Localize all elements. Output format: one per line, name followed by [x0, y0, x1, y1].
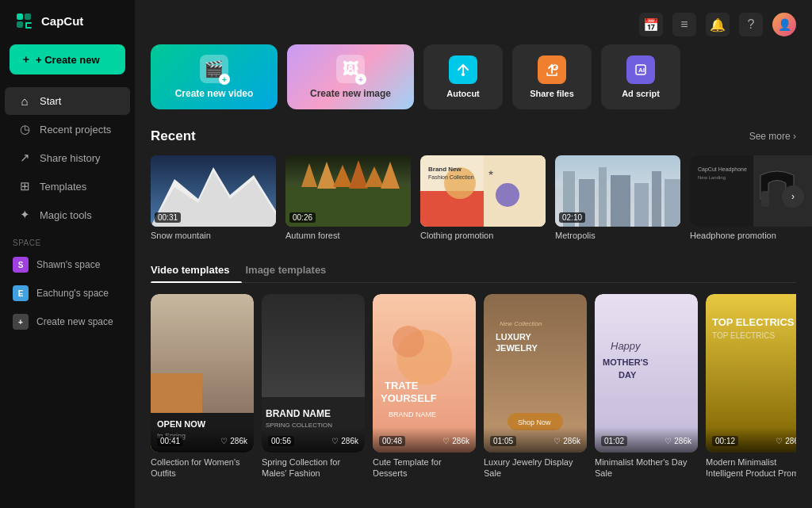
svg-point-3: [462, 73, 465, 76]
app-logo: CapCut: [0, 10, 135, 44]
share-files-label: Share files: [530, 89, 574, 98]
space-shawn[interactable]: S Shawn's space: [0, 250, 135, 279]
create-space-label: Create new space: [36, 316, 113, 327]
sidebar: CapCut ＋ + Create new ⌂ Start ◷ Recent p…: [0, 0, 135, 508]
svg-rect-2: [17, 21, 23, 28]
create-new-button[interactable]: ＋ + Create new: [10, 44, 125, 74]
template-likes-count-mothers: 286k: [674, 437, 691, 445]
template-likes-jewelry: ♡ 286k: [553, 437, 580, 445]
recent-title-clothing: Clothing promotion: [420, 231, 546, 240]
template-item-male[interactable]: BRAND NAME SPRING COLLECTION 00:56 ♡ 286…: [262, 294, 365, 479]
template-item-electrics[interactable]: TOP ELECTRICS TOP ELECTRICS 00:12 ♡ 286k: [706, 294, 796, 479]
sidebar-item-magic[interactable]: ✦ Magic tools: [5, 201, 130, 229]
recent-thumb-clothing: Brand New Fashion Collection ★: [420, 155, 546, 227]
svg-text:Happy: Happy: [611, 340, 642, 352]
magic-icon: ✦: [17, 208, 32, 222]
svg-text:LUXURY: LUXURY: [496, 332, 531, 342]
svg-rect-33: [634, 183, 649, 227]
create-video-label: Create new video: [175, 88, 254, 99]
svg-text:Shop Now: Shop Now: [518, 418, 551, 426]
tab-image-templates[interactable]: Image templates: [245, 258, 339, 282]
heart-icon: ♡: [331, 437, 339, 445]
user-avatar[interactable]: 👤: [772, 13, 796, 36]
svg-text:↗: ↗: [553, 66, 557, 71]
template-thumb-electrics: TOP ELECTRICS TOP ELECTRICS 00:12 ♡ 286k: [706, 294, 796, 453]
sidebar-item-templates[interactable]: ⊞ Templates: [5, 172, 130, 201]
template-meta-desserts: 00:48 ♡ 286k: [379, 436, 469, 446]
heart-icon: ♡: [776, 437, 783, 445]
recent-item-clothing[interactable]: Brand New Fashion Collection ★ Clothing …: [420, 155, 546, 240]
template-title-electrics: Modern Minimalist Intelligent Product Pr…: [706, 456, 796, 479]
recent-title: Recent: [151, 128, 196, 144]
help-button[interactable]: ?: [739, 13, 763, 36]
recent-item-snow-mountain[interactable]: 00:31 Snow mountain: [151, 155, 276, 240]
template-tabs: Video templates Image templates: [151, 258, 796, 283]
template-overlay-jewelry: 01:05 ♡ 286k: [484, 427, 587, 453]
template-item-women[interactable]: OPEN NOW In Spring 00:41 ♡ 286k Coll: [151, 294, 254, 479]
svg-text:Brand New: Brand New: [428, 166, 462, 173]
template-title-desserts: Cute Template for Desserts: [373, 456, 476, 479]
template-duration-electrics: 00:12: [712, 436, 738, 446]
svg-text:★: ★: [488, 169, 494, 177]
create-space-item[interactable]: + Create new space: [0, 307, 135, 336]
template-meta-jewelry: 01:05 ♡ 286k: [490, 436, 580, 446]
notifications-button[interactable]: 🔔: [706, 13, 730, 36]
see-more-button[interactable]: See more ›: [749, 131, 796, 142]
sidebar-item-share[interactable]: ↗ Share history: [5, 143, 130, 172]
svg-text:New Collection: New Collection: [500, 320, 542, 327]
template-title-jewelry: Luxury Jewelry Display Sale: [484, 456, 587, 479]
recent-item-metropolis[interactable]: 02:10 Metropolis: [555, 155, 680, 240]
svg-text:CapCut Headphone: CapCut Headphone: [698, 166, 747, 173]
space-section-label: SPACE: [0, 229, 135, 250]
sidebar-item-recent-label: Recent projects: [40, 124, 111, 136]
template-title-mothers: Minimalist Mother's Day Sale: [595, 456, 698, 479]
recent-title-headphone: Headphone promotion: [690, 231, 812, 240]
recent-title-mountain: Snow mountain: [151, 231, 276, 240]
template-thumb-jewelry: New Collection LUXURY JEWELRY Shop Now 0…: [484, 294, 587, 453]
template-likes-count-jewelry: 286k: [563, 437, 580, 445]
template-thumb-mothers: Happy MOTHER'S DAY 01:02 ♡ 286k: [595, 294, 698, 453]
recent-duration-mountain: 00:31: [155, 212, 181, 223]
recent-next-button[interactable]: ›: [782, 185, 804, 208]
svg-text:TOP ELECTRICS: TOP ELECTRICS: [712, 316, 795, 328]
menu-button[interactable]: ≡: [672, 13, 696, 36]
template-item-jewelry[interactable]: New Collection LUXURY JEWELRY Shop Now 0…: [484, 294, 587, 479]
svg-text:JEWELRY: JEWELRY: [496, 343, 538, 353]
svg-rect-34: [652, 171, 661, 227]
svg-text:New Landing: New Landing: [698, 175, 726, 180]
create-video-card[interactable]: 🎬 + Create new video: [151, 44, 278, 109]
recent-item-autumn-forest[interactable]: 00:26 Autumn forest: [285, 155, 411, 240]
ad-script-label: Ad script: [622, 89, 660, 98]
action-cards: 🎬 + Create new video 🖼 + Create new imag…: [151, 44, 796, 109]
template-overlay-mothers: 01:02 ♡ 286k: [595, 427, 698, 453]
sidebar-nav: ⌂ Start ◷ Recent projects ↗ Share histor…: [0, 87, 135, 229]
template-likes-count-desserts: 286k: [452, 437, 469, 445]
space-eachung[interactable]: E Eachung's space: [0, 279, 135, 307]
create-image-card[interactable]: 🖼 + Create new image: [287, 44, 414, 109]
tab-video-templates[interactable]: Video templates: [151, 258, 242, 282]
logo-icon: [13, 10, 35, 32]
ad-script-card[interactable]: AI Ad script: [601, 44, 680, 109]
template-thumb-desserts: TRATE YOURSELF BRAND NAME 00:48 ♡ 286k: [373, 294, 476, 453]
template-overlay-women: 00:41 ♡ 286k: [151, 427, 254, 453]
template-item-desserts[interactable]: TRATE YOURSELF BRAND NAME 00:48 ♡ 286k: [373, 294, 476, 479]
svg-text:TOP ELECTRICS: TOP ELECTRICS: [712, 331, 775, 340]
sidebar-item-start[interactable]: ⌂ Start: [5, 87, 130, 115]
template-item-mothers[interactable]: Happy MOTHER'S DAY 01:02 ♡ 286k: [595, 294, 698, 479]
app-name: CapCut: [41, 14, 83, 28]
svg-rect-38: [761, 191, 769, 207]
svg-text:DAY: DAY: [619, 370, 637, 380]
template-likes-women: ♡ 286k: [220, 437, 247, 445]
sidebar-item-recent[interactable]: ◷ Recent projects: [5, 115, 130, 143]
recent-duration-forest: 00:26: [289, 212, 316, 223]
calendar-button[interactable]: 📅: [639, 13, 663, 36]
create-new-label: + Create new: [36, 54, 100, 66]
recent-duration-city: 02:10: [559, 212, 585, 223]
recent-thumb-mountain: 00:31: [151, 155, 276, 227]
create-image-label: Create new image: [310, 88, 391, 99]
autocut-card[interactable]: Autocut: [423, 44, 503, 109]
template-meta-electrics: 00:12 ♡ 286k: [712, 436, 796, 446]
share-files-card[interactable]: ↗ Share files: [512, 44, 592, 109]
template-title-women: Collection for Women's Outfits: [151, 456, 254, 479]
sidebar-item-magic-label: Magic tools: [40, 209, 92, 221]
